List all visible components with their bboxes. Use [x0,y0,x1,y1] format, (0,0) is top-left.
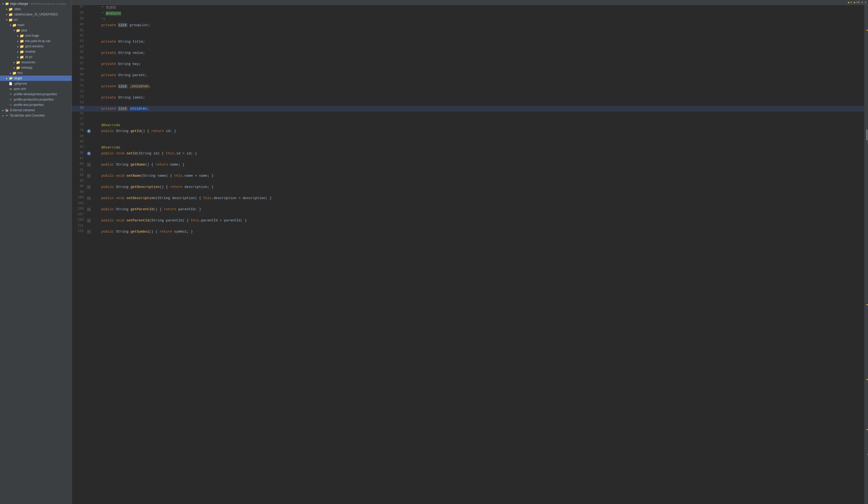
sidebar-root-label: nsjc-charge ~/IdeaProjects/nsjc-charge [10,2,66,6]
sidebar-item-profile-dev[interactable]: ▸ ⚙ profile-development.properties [0,92,72,97]
gutter-103 [86,201,92,206]
sidebar-item-gitignore[interactable]: ▸ 📄 .gitignore [0,81,72,86]
java-icon: 📁 [16,28,20,32]
warning-triangle-icon: ▲ [848,1,850,4]
sidebar-label-profile-prod: profile-production.properties [14,97,53,101]
gutter-collapse-108[interactable]: − [87,219,91,222]
code-text-69: private String parent; [92,72,864,78]
pom-icon: m [9,87,13,91]
line-number: 59 [72,17,86,22]
sidebar-item-pom[interactable]: ▸ m pom.xml [0,86,72,92]
sidebar-item-idea[interactable]: ▸ 📁 .idea [0,7,72,12]
error-triangle-icon: ▲ [854,1,856,4]
code-text-58: * @return [92,11,864,17]
code-text-88: public String getName() { return name; } [92,162,864,168]
line-number: 74 [72,101,86,106]
gutter-112: − [86,229,92,235]
gutter-82 [86,140,92,145]
gutter-icon-84: ● [87,152,91,155]
edu-yale-arrow: ▸ [16,39,20,43]
code-line-61: 61 [72,28,864,33]
sidebar-item-resources[interactable]: ▸ 📁 resources [0,60,72,65]
sidebar-item-zkjni[interactable]: ▸ 📁 zk.jni [0,54,72,60]
sidebar-item-edu-yale[interactable]: ▸ 📁 edu.yale.its.tp.cas [0,38,72,44]
code-line-88: 88 − public String getName() { return na… [72,162,864,168]
sidebar-item-main[interactable]: ▾ 📁 main [0,22,72,28]
gutter-collapse-100[interactable]: − [87,197,91,200]
sidebar-label-target: target [14,76,22,80]
code-line-87: 87 [72,156,864,162]
gutter-96: − [86,184,92,190]
root-arrow: ▾ [1,2,5,6]
line-number: 91 [72,168,86,173]
line-number: 63 [72,39,86,45]
sidebar-item-external[interactable]: ▸ 📚 External Libraries [0,107,72,113]
gutter-collapse-88[interactable]: − [87,163,91,166]
gutter-91 [86,168,92,173]
code-text-63: private String title; [92,39,864,45]
code-text-77 [92,117,864,122]
line-number: 108 [72,218,86,224]
catalina-arrow: ▸ [5,12,9,16]
zkjni-icon: 📁 [20,55,24,59]
sidebar-label-zkjni: zk.jni [25,55,32,59]
line-number: 112 [72,229,86,235]
code-scroll[interactable]: 57 * 资源组 58 * @return 59 */ 60 [72,5,864,504]
sidebar-item-module[interactable]: ▸ 📁 module [0,49,72,54]
external-icon: 📚 [5,108,9,112]
code-line-82: 82 [72,140,864,145]
error-rail [864,5,868,504]
sidebar-item-profile-prod[interactable]: ▸ ⚙ profile-production.properties [0,97,72,102]
root-icon: 📁 [5,2,9,6]
sidebar-label-src: src [14,18,18,22]
gutter-74 [86,101,92,106]
sidebar-item-target[interactable]: ▸ 📁 target [0,75,72,81]
line-number: 69 [72,72,86,78]
sidebar-item-src[interactable]: ▾ 📁 src [0,17,72,22]
editor-main: ▲ 4 ▲ 15 ∧ ∨ 57 * 资源组 58 * @return [72,0,868,504]
gutter-collapse-92[interactable]: − [87,174,91,177]
code-line-68: 68 [72,67,864,72]
code-text-108: public void setParentId(String parentId)… [92,218,864,224]
sidebar-label-scratches: Scratches and Consoles [10,114,45,117]
code-text-60: private List groupList; [92,22,864,28]
code-text-104: public String getParentId() { return par… [92,206,864,212]
sidebar-item-java[interactable]: ▾ 📁 java [0,28,72,33]
sidebar-item-test[interactable]: ▸ 📁 test [0,70,72,75]
code-text-79: public String getId() { return id; } [92,128,864,134]
code-editor[interactable]: 57 * 资源组 58 * @return 59 */ 60 [72,5,868,504]
sidebar-item-scratches[interactable]: ▸ ✏ Scratches and Consoles [0,113,72,118]
sidebar-item-profile-test[interactable]: ▸ ⚙ profile-test.properties [0,102,72,107]
line-number: 60 [72,22,86,28]
idea-arrow: ▸ [5,7,9,11]
gutter-collapse-96[interactable]: − [87,185,91,189]
code-line-80: 80 [72,134,864,140]
sidebar-item-gzrd[interactable]: ▸ 📁 gzrd.wsclient [0,44,72,49]
code-text-70 [92,78,864,84]
gutter-99 [86,190,92,195]
sidebar-item-webapp[interactable]: ▸ 📁 webapp [0,65,72,70]
line-number: 96 [72,184,86,190]
gutter-76 [86,112,92,117]
sidebar-header[interactable]: ▾ 📁 nsjc-charge ~/IdeaProjects/nsjc-char… [0,1,72,7]
code-line-96: 96 − public String getDescription() { re… [72,184,864,190]
line-number: 84 [72,151,86,156]
gutter-collapse-112[interactable]: − [87,230,91,233]
gutter-collapse-104[interactable]: − [87,208,91,211]
code-text-74 [92,101,864,106]
test-icon: 📁 [12,71,17,75]
line-number: 76 [72,112,86,117]
code-line-63: 63 private String title; [72,39,864,45]
chevron-up-icon[interactable]: ∧ [861,1,863,4]
gitignore-icon: 📄 [9,81,13,86]
sidebar-item-catalina[interactable]: ▸ 📁 catalina.base_IS_UNDEFINED [0,12,72,17]
top-bar: ▲ 4 ▲ 15 ∧ ∨ [72,0,868,5]
zkjni-arrow: ▸ [16,55,20,59]
sidebar-item-com-huge[interactable]: ▸ 📁 com.huge [0,33,72,38]
code-text-59: */ [92,17,864,22]
chevron-down-icon[interactable]: ∨ [865,1,866,4]
code-line-84: 84 ● public void setId(String id) { this… [72,151,864,156]
pprod-icon: ⚙ [9,97,13,102]
test-arrow: ▸ [9,71,12,75]
code-line-74: 74 [72,101,864,106]
